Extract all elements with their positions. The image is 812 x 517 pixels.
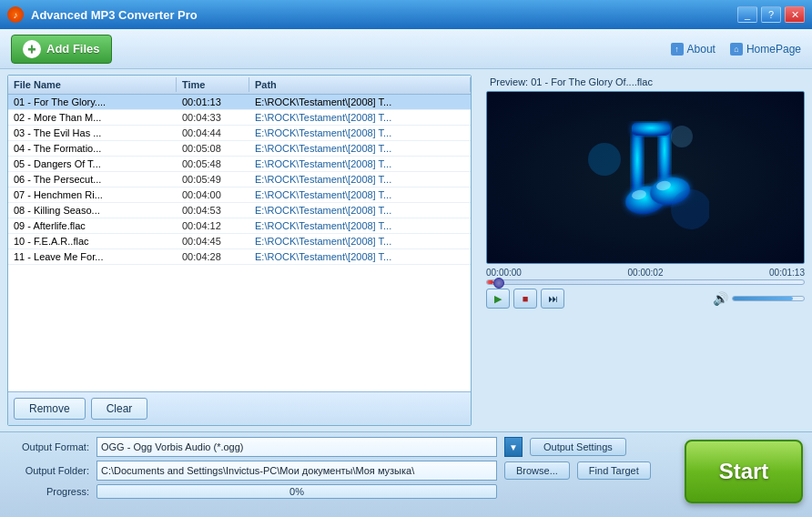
time-start: 00:00:00 [486, 268, 522, 278]
cell-name: 09 - Afterlife.flac [8, 219, 177, 232]
seek-track[interactable] [486, 279, 805, 285]
file-row[interactable]: 03 - The Evil Has ... 00:04:44 E:\ROCK\T… [8, 126, 471, 141]
file-list-panel: File Name Time Path 01 - For The Glory..… [7, 75, 472, 426]
cell-time: 00:04:00 [177, 188, 249, 201]
play-button[interactable]: ▶ [486, 289, 510, 309]
file-row[interactable]: 06 - The Persecut... 00:05:49 E:\ROCK\Te… [8, 172, 471, 188]
file-row[interactable]: 04 - The Formatio... 00:05:08 E:\ROCK\Te… [8, 141, 471, 157]
cell-time: 00:04:33 [177, 111, 249, 124]
cell-path: E:\ROCK\Testament\[2008] T... [249, 235, 471, 248]
title-bar: ♪ Advanced MP3 Converter Pro _ ? ✕ [0, 0, 812, 29]
column-header-path: Path [249, 77, 471, 92]
preview-title: Preview: 01 - For The Glory Of....flac [486, 75, 805, 89]
close-button[interactable]: ✕ [785, 6, 805, 23]
cell-time: 00:04:53 [177, 204, 249, 217]
output-folder-input[interactable] [96, 461, 497, 481]
cell-time: 00:05:48 [177, 157, 249, 170]
toolbar-right: ↑ About ⌂ HomePage [671, 43, 801, 56]
cell-time: 00:04:28 [177, 250, 249, 263]
output-format-input[interactable] [96, 437, 497, 457]
stop-button[interactable]: ■ [513, 289, 537, 309]
output-settings-button[interactable]: Output Settings [530, 438, 626, 456]
preview-controls: 00:00:00 00:00:02 00:01:13 ▶ ■ ⏭ 🔊 [486, 268, 805, 309]
preview-video [486, 91, 805, 264]
seek-thumb[interactable] [493, 278, 504, 289]
cell-name: 05 - Dangers Of T... [8, 157, 177, 170]
cell-time: 00:04:45 [177, 235, 249, 248]
cell-path: E:\ROCK\Testament\[2008] T... [249, 204, 471, 217]
progress-value: 0% [289, 486, 304, 497]
cell-name: 06 - The Persecut... [8, 173, 177, 186]
column-header-name: File Name [8, 77, 177, 92]
cell-path: E:\ROCK\Testament\[2008] T... [249, 142, 471, 155]
cell-path: E:\ROCK\Testament\[2008] T... [249, 219, 471, 232]
home-icon: ⌂ [730, 43, 743, 56]
cell-name: 10 - F.E.A.R..flac [8, 235, 177, 248]
cell-path: E:\ROCK\Testament\[2008] T... [249, 127, 471, 139]
clear-button[interactable]: Clear [91, 398, 148, 420]
remove-button[interactable]: Remove [14, 398, 86, 420]
cell-name: 11 - Leave Me For... [8, 250, 177, 263]
file-row[interactable]: 01 - For The Glory.... 00:01:13 E:\ROCK\… [8, 95, 471, 110]
preview-panel: Preview: 01 - For The Glory Of....flac [479, 75, 805, 426]
bottom-section: Output Format: ▼ Output Settings Output … [0, 431, 812, 517]
progress-label: Progress: [7, 486, 89, 497]
about-link[interactable]: ↑ About [671, 43, 716, 56]
format-scroll-button[interactable]: ▼ [504, 437, 523, 457]
cell-path: E:\ROCK\Testament\[2008] T... [249, 96, 471, 108]
cell-time: 00:05:49 [177, 173, 249, 186]
file-row[interactable]: 11 - Leave Me For... 00:04:28 E:\ROCK\Te… [8, 249, 471, 265]
help-button[interactable]: ? [761, 6, 781, 23]
about-icon: ↑ [671, 43, 684, 56]
cell-time: 00:05:08 [177, 142, 249, 155]
start-button[interactable]: Start [685, 440, 803, 503]
svg-rect-2 [632, 123, 670, 136]
cell-time: 00:04:12 [177, 219, 249, 232]
cell-path: E:\ROCK\Testament\[2008] T... [249, 111, 471, 124]
minimize-button[interactable]: _ [737, 6, 757, 23]
svg-point-8 [671, 189, 709, 229]
skip-button[interactable]: ⏭ [541, 289, 564, 309]
playback-controls: ▶ ■ ⏭ 🔊 [486, 289, 805, 309]
browse-button[interactable]: Browse... [504, 461, 570, 480]
toolbar: + Add Files ↑ About ⌂ HomePage [0, 29, 812, 69]
file-list-header: File Name Time Path [8, 76, 471, 95]
list-actions: Remove Clear [8, 391, 471, 425]
cell-name: 07 - Henchmen Ri... [8, 188, 177, 201]
file-list[interactable]: 01 - For The Glory.... 00:01:13 E:\ROCK\… [8, 95, 471, 391]
find-target-button[interactable]: Find Target [577, 461, 651, 480]
file-row[interactable]: 07 - Henchmen Ri... 00:04:00 E:\ROCK\Tes… [8, 188, 471, 203]
cell-name: 01 - For The Glory.... [8, 96, 177, 108]
output-folder-label: Output Folder: [7, 465, 89, 476]
homepage-link[interactable]: ⌂ HomePage [730, 43, 801, 56]
time-mid: 00:00:02 [628, 268, 664, 278]
svg-point-7 [588, 143, 621, 176]
file-row[interactable]: 05 - Dangers Of T... 00:05:48 E:\ROCK\Te… [8, 157, 471, 172]
column-header-time: Time [177, 77, 249, 92]
window-controls: _ ? ✕ [737, 6, 805, 23]
volume-icon: 🔊 [713, 291, 728, 306]
cell-path: E:\ROCK\Testament\[2008] T... [249, 188, 471, 201]
cell-name: 03 - The Evil Has ... [8, 127, 177, 139]
file-row[interactable]: 02 - More Than M... 00:04:33 E:\ROCK\Tes… [8, 110, 471, 126]
output-format-label: Output Format: [7, 441, 89, 452]
cell-path: E:\ROCK\Testament\[2008] T... [249, 250, 471, 263]
volume-track[interactable] [732, 296, 805, 301]
cell-time: 00:04:44 [177, 127, 249, 139]
progress-bar: 0% [96, 484, 497, 499]
file-row[interactable]: 09 - Afterlife.flac 00:04:12 E:\ROCK\Tes… [8, 218, 471, 234]
cell-name: 08 - Killing Seaso... [8, 204, 177, 217]
time-bar: 00:00:00 00:00:02 00:01:13 [486, 268, 805, 278]
file-row[interactable]: 10 - F.E.A.R..flac 00:04:45 E:\ROCK\Test… [8, 234, 471, 249]
file-row[interactable]: 08 - Killing Seaso... 00:04:53 E:\ROCK\T… [8, 203, 471, 218]
add-files-button[interactable]: + Add Files [11, 35, 112, 64]
cell-path: E:\ROCK\Testament\[2008] T... [249, 173, 471, 186]
cell-time: 00:01:13 [177, 96, 249, 108]
app-icon: ♪ [7, 6, 24, 23]
time-end: 00:01:13 [769, 268, 805, 278]
volume-fill [733, 297, 793, 300]
app-title: Advanced MP3 Converter Pro [31, 8, 730, 22]
cell-name: 02 - More Than M... [8, 111, 177, 124]
plus-icon: + [23, 40, 41, 58]
cell-path: E:\ROCK\Testament\[2008] T... [249, 157, 471, 170]
